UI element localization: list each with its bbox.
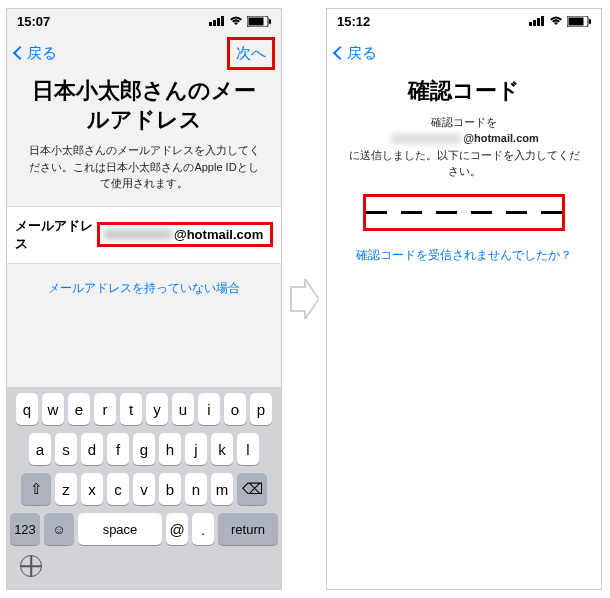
key-l[interactable]: l — [237, 433, 259, 465]
resend-code-link[interactable]: 確認コードを受信されませんでしたか？ — [327, 231, 601, 280]
code-digit — [506, 211, 527, 214]
desc-line2: に送信しました。以下にコードを入力してください。 — [349, 149, 580, 178]
key-d[interactable]: d — [81, 433, 103, 465]
desc-line1: 確認コードを — [431, 116, 497, 128]
email-redacted — [391, 134, 461, 144]
phone-screen-email: 15:07 戻る 次へ 日本小太郎さんのメールアドレス 日本小太郎さんのメールア… — [6, 8, 282, 590]
key-p[interactable]: p — [250, 393, 272, 425]
signal-icon — [209, 16, 225, 26]
key-m[interactable]: m — [211, 473, 233, 505]
email-field-row[interactable]: メールアドレス @hotmail.com — [7, 206, 281, 264]
key-s[interactable]: s — [55, 433, 77, 465]
nav-bar: 戻る 次へ — [7, 33, 281, 73]
content-area: 確認コード 確認コードを @hotmail.com に送信しました。以下にコード… — [327, 73, 601, 589]
key-k[interactable]: k — [211, 433, 233, 465]
status-time: 15:07 — [17, 14, 50, 29]
key-j[interactable]: j — [185, 433, 207, 465]
key-q[interactable]: q — [16, 393, 38, 425]
next-label: 次へ — [236, 44, 266, 61]
svg-rect-0 — [209, 22, 212, 26]
keyboard: q w e r t y u i o p a s d f g h — [7, 387, 281, 589]
chevron-left-icon — [333, 46, 347, 60]
key-h[interactable]: h — [159, 433, 181, 465]
content-area: 日本小太郎さんのメールアドレス 日本小太郎さんのメールアドレスを入力してください… — [7, 73, 281, 589]
key-n[interactable]: n — [185, 473, 207, 505]
key-emoji[interactable]: ☺ — [44, 513, 74, 545]
code-digit — [401, 211, 422, 214]
svg-rect-10 — [541, 16, 544, 26]
globe-row — [10, 551, 278, 581]
key-g[interactable]: g — [133, 433, 155, 465]
status-icons — [529, 16, 591, 27]
email-input[interactable]: @hotmail.com — [97, 222, 273, 247]
globe-icon[interactable] — [20, 555, 42, 577]
key-o[interactable]: o — [224, 393, 246, 425]
phone-screen-code: 15:12 戻る 確認コード 確認コードを @hotmail.com に送信しま… — [326, 8, 602, 590]
email-label: メールアドレス — [15, 217, 97, 253]
page-title: 確認コード — [327, 73, 601, 114]
key-return[interactable]: return — [218, 513, 278, 545]
back-button[interactable]: 戻る — [335, 44, 377, 63]
key-z[interactable]: z — [55, 473, 77, 505]
keyboard-row-3: ⇧ z x c v b n m ⌫ — [10, 473, 278, 505]
key-t[interactable]: t — [120, 393, 142, 425]
desc-email-domain: @hotmail.com — [463, 132, 539, 144]
svg-rect-12 — [569, 17, 584, 25]
key-e[interactable]: e — [68, 393, 90, 425]
svg-rect-3 — [221, 16, 224, 26]
key-r[interactable]: r — [94, 393, 116, 425]
key-123[interactable]: 123 — [10, 513, 40, 545]
key-b[interactable]: b — [159, 473, 181, 505]
back-button[interactable]: 戻る — [15, 44, 57, 63]
key-shift[interactable]: ⇧ — [21, 473, 51, 505]
code-digit — [471, 211, 492, 214]
back-label: 戻る — [347, 44, 377, 63]
status-time: 15:12 — [337, 14, 370, 29]
code-digit — [366, 211, 387, 214]
key-c[interactable]: c — [107, 473, 129, 505]
code-digit — [436, 211, 457, 214]
key-v[interactable]: v — [133, 473, 155, 505]
battery-icon — [247, 16, 271, 27]
email-domain: @hotmail.com — [174, 227, 263, 242]
page-title: 日本小太郎さんのメールアドレス — [7, 73, 281, 142]
svg-rect-6 — [269, 19, 271, 24]
code-digit — [541, 211, 562, 214]
battery-icon — [567, 16, 591, 27]
key-w[interactable]: w — [42, 393, 64, 425]
key-x[interactable]: x — [81, 473, 103, 505]
no-email-link[interactable]: メールアドレスを持っていない場合 — [7, 264, 281, 313]
flow-arrow — [286, 275, 322, 323]
key-i[interactable]: i — [198, 393, 220, 425]
keyboard-row-4: 123 ☺ space @ . return — [10, 513, 278, 545]
key-y[interactable]: y — [146, 393, 168, 425]
svg-rect-2 — [217, 18, 220, 26]
wifi-icon — [229, 16, 243, 26]
key-a[interactable]: a — [29, 433, 51, 465]
page-description: 日本小太郎さんのメールアドレスを入力してください。これは日本小太郎さんのAppl… — [7, 142, 281, 206]
svg-rect-7 — [529, 22, 532, 26]
keyboard-row-2: a s d f g h j k l — [10, 433, 278, 465]
svg-rect-1 — [213, 20, 216, 26]
signal-icon — [529, 16, 545, 26]
key-delete[interactable]: ⌫ — [237, 473, 267, 505]
chevron-left-icon — [13, 46, 27, 60]
svg-rect-8 — [533, 20, 536, 26]
verification-code-input[interactable] — [363, 194, 565, 231]
nav-bar: 戻る — [327, 33, 601, 73]
wifi-icon — [549, 16, 563, 26]
status-icons — [209, 16, 271, 27]
svg-rect-13 — [589, 19, 591, 24]
key-at[interactable]: @ — [166, 513, 188, 545]
page-description: 確認コードを @hotmail.com に送信しました。以下にコードを入力してく… — [327, 114, 601, 194]
back-label: 戻る — [27, 44, 57, 63]
keyboard-row-1: q w e r t y u i o p — [10, 393, 278, 425]
key-space[interactable]: space — [78, 513, 162, 545]
email-redacted — [104, 229, 172, 240]
next-button[interactable]: 次へ — [227, 37, 275, 70]
key-dot[interactable]: . — [192, 513, 214, 545]
key-f[interactable]: f — [107, 433, 129, 465]
status-bar: 15:12 — [327, 9, 601, 33]
svg-rect-9 — [537, 18, 540, 26]
key-u[interactable]: u — [172, 393, 194, 425]
